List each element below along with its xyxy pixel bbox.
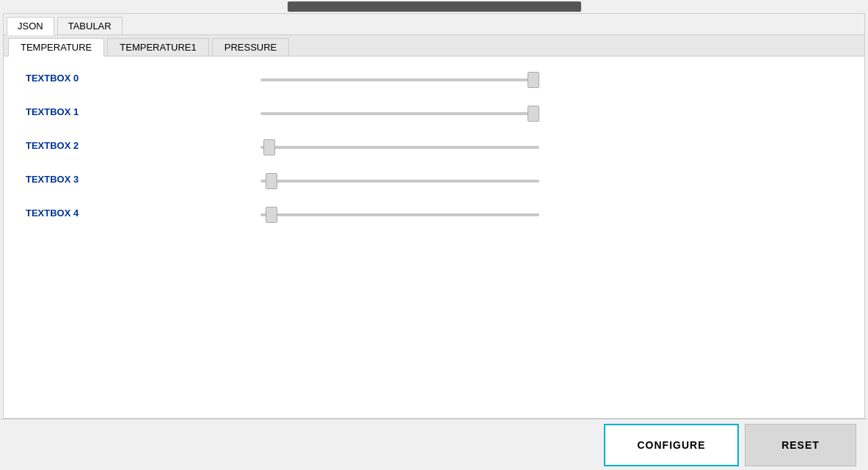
textbox3-label: TEXTBOX 3 — [26, 174, 114, 185]
textbox0-slider-wrapper — [260, 71, 842, 84]
window-handle — [288, 1, 581, 12]
slider-row-0: TEXTBOX 0 — [26, 71, 842, 84]
bottom-bar: CONFIGURE RESET — [0, 419, 868, 470]
tab-json[interactable]: JSON — [7, 17, 54, 35]
reset-button[interactable]: RESET — [745, 424, 856, 466]
tab-pressure[interactable]: PRESSURE — [212, 38, 290, 56]
top-bar — [0, 0, 868, 13]
textbox4-slider[interactable] — [260, 213, 539, 216]
tab-tabular[interactable]: TABULAR — [57, 17, 123, 34]
slider-row-4: TEXTBOX 4 — [26, 206, 842, 219]
slider-row-3: TEXTBOX 3 — [26, 172, 842, 186]
format-tabs: JSON TABULAR — [4, 14, 864, 35]
main-container: JSON TABULAR TEMPERATURE TEMPERATURE1 PR… — [3, 13, 865, 419]
textbox3-slider[interactable] — [260, 180, 539, 183]
configure-button[interactable]: CONFIGURE — [604, 424, 739, 466]
textbox0-slider[interactable] — [260, 78, 539, 81]
textbox2-label: TEXTBOX 2 — [26, 140, 114, 151]
textbox1-slider[interactable] — [260, 112, 539, 115]
textbox4-label: TEXTBOX 4 — [26, 208, 114, 219]
textbox0-label: TEXTBOX 0 — [26, 73, 114, 84]
tab-temperature1[interactable]: TEMPERATURE1 — [107, 38, 209, 56]
slider-row-2: TEXTBOX 2 — [26, 139, 842, 152]
textbox4-slider-wrapper — [260, 206, 842, 219]
tab-temperature[interactable]: TEMPERATURE — [8, 38, 104, 56]
textbox3-slider-wrapper — [260, 172, 842, 186]
textbox1-slider-wrapper — [260, 105, 842, 118]
textbox2-slider[interactable] — [260, 146, 539, 149]
textbox1-label: TEXTBOX 1 — [26, 106, 114, 117]
slider-row-1: TEXTBOX 1 — [26, 105, 842, 118]
section-tabs: TEMPERATURE TEMPERATURE1 PRESSURE — [4, 35, 864, 56]
textbox2-slider-wrapper — [260, 139, 842, 152]
content-area: TEXTBOX 0 TEXTBOX 1 TEXTBOX 2 TEXTBOX 3 — [4, 56, 864, 254]
